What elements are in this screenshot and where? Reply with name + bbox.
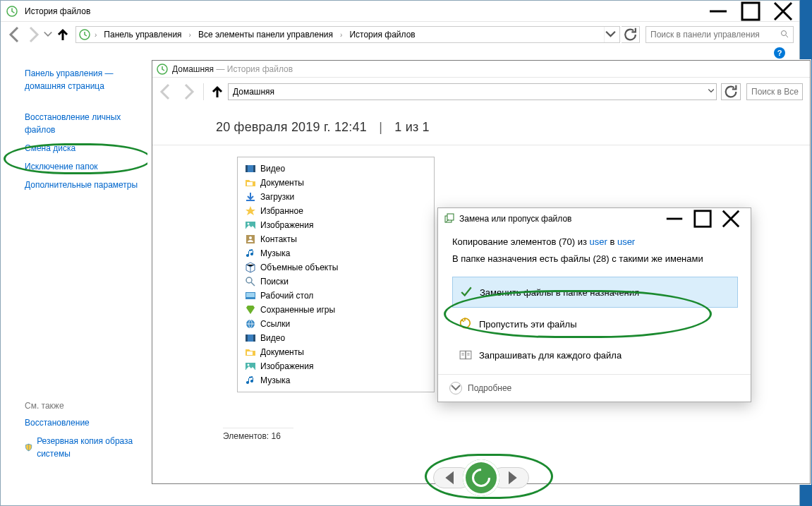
option-decide[interactable]: Запрашивать для каждого файла xyxy=(452,340,738,370)
help-icon[interactable]: ? xyxy=(774,47,785,59)
expand-details-button[interactable] xyxy=(449,382,462,394)
folder-item[interactable]: Музыка xyxy=(238,373,434,387)
sidebar-home-link[interactable]: Панель управления — домашняя страница xyxy=(1,64,147,95)
folder-label: Сохраненные игры xyxy=(260,305,335,315)
cube-icon xyxy=(245,262,256,273)
see-also-system-image[interactable]: Резервная копия образа системы xyxy=(1,432,147,463)
inner-toolbar: Домашняя Поиск в Все xyxy=(152,78,810,106)
inner-title-sep: — xyxy=(214,64,227,74)
inner-forward-button[interactable] xyxy=(178,83,199,100)
folder-item[interactable]: Изображения xyxy=(238,359,434,373)
file-history-icon xyxy=(79,29,90,40)
svg-rect-20 xyxy=(253,335,255,342)
help-row: ? xyxy=(1,47,799,60)
folder-item[interactable]: Документы xyxy=(238,345,434,359)
outer-window-controls xyxy=(702,1,799,22)
outer-search-input[interactable]: Поиск в панели управления xyxy=(646,26,794,43)
music-icon xyxy=(245,375,256,386)
nav-forward-button[interactable] xyxy=(25,26,42,43)
folder-item[interactable]: Сохраненные игры xyxy=(238,303,434,317)
see-also-section: См. также Восстановление Резервная копия… xyxy=(1,398,147,463)
snapshot-date: 20 февраля 2019 г. 12:41 xyxy=(216,120,367,134)
nav-recent-dropdown[interactable] xyxy=(43,26,53,43)
video-icon xyxy=(245,332,256,344)
folder-label: Документы xyxy=(260,347,304,357)
sidebar-link-restore-files[interactable]: Восстановление личных файлов xyxy=(1,108,147,139)
conflict-message: В папке назначения есть файлы (28) с так… xyxy=(452,253,738,265)
folder-list: ВидеоДокументыЗагрузкиИзбранноеИзображен… xyxy=(237,157,435,392)
search-placeholder: Поиск в панели управления xyxy=(650,30,760,40)
breadcrumb-1[interactable]: Все элементы панели управления xyxy=(195,30,336,40)
restore-button[interactable] xyxy=(463,459,499,496)
music-icon xyxy=(245,248,256,259)
inner-refresh-button[interactable] xyxy=(721,83,741,100)
folder-label: Поиски xyxy=(260,277,289,287)
snapshot-info: 20 февраля 2019 г. 12:41 | 1 из 1 xyxy=(152,106,810,145)
folder-item[interactable]: Загрузки xyxy=(238,190,434,204)
folder-icon xyxy=(245,347,256,358)
inner-search-input[interactable]: Поиск в Все xyxy=(746,83,803,100)
sidebar-link-exclude-folders[interactable]: Исключение папок xyxy=(1,157,147,176)
folder-label: Изображения xyxy=(260,220,313,230)
nav-up-button[interactable] xyxy=(54,26,71,43)
copying-prefix: Копирование элементов (70) из xyxy=(452,236,589,247)
copying-from-link[interactable]: user xyxy=(589,236,607,247)
option-replace[interactable]: Заменить файлы в папке назначения xyxy=(452,277,738,308)
dialog-minimize-button[interactable] xyxy=(660,209,689,229)
folder-item[interactable]: Избранное xyxy=(238,204,434,218)
folder-item[interactable]: Видео xyxy=(238,162,434,176)
desktop-icon xyxy=(245,290,256,301)
item-count: Элементов: 16 xyxy=(223,428,293,441)
skip-arrow-icon xyxy=(459,318,472,330)
folder-label: Изображения xyxy=(260,361,313,371)
inner-up-button[interactable] xyxy=(208,83,226,100)
file-history-app-icon xyxy=(157,64,168,75)
breadcrumb-0[interactable]: Панель управления xyxy=(101,30,184,40)
dialog-close-button[interactable] xyxy=(717,209,745,229)
copying-mid: в xyxy=(607,236,617,247)
folder-item[interactable]: Изображения xyxy=(238,218,434,232)
folder-item[interactable]: Поиски xyxy=(238,275,434,289)
copy-files-icon xyxy=(444,213,455,224)
breadcrumb-2[interactable]: История файлов xyxy=(346,30,418,40)
dialog-footer: Подробнее xyxy=(438,374,751,402)
outer-minimize-button[interactable] xyxy=(702,1,734,22)
outer-address-bar[interactable]: › Панель управления › Все элементы панел… xyxy=(75,26,620,43)
chevron-right-icon: › xyxy=(93,31,98,39)
inner-back-button[interactable] xyxy=(155,83,176,100)
outer-address-row: › Панель управления › Все элементы панел… xyxy=(1,22,799,47)
savedgames-icon xyxy=(245,304,256,315)
chevron-right-icon: › xyxy=(188,31,193,39)
sidebar-link-advanced[interactable]: Дополнительные параметры xyxy=(1,176,147,194)
more-details-label[interactable]: Подробнее xyxy=(468,383,511,393)
outer-refresh-button[interactable] xyxy=(622,26,640,43)
see-also-recovery[interactable]: Восстановление xyxy=(1,414,147,432)
outer-title-text: История файлов xyxy=(23,6,702,16)
search-icon xyxy=(245,276,256,287)
svg-point-13 xyxy=(249,236,252,239)
links-icon xyxy=(245,318,256,330)
folder-item[interactable]: Ссылки xyxy=(238,317,434,331)
copying-to-link[interactable]: user xyxy=(617,236,635,247)
option-skip[interactable]: Пропустить эти файлы xyxy=(452,309,738,339)
folder-label: Видео xyxy=(260,333,285,343)
star-icon xyxy=(245,205,256,217)
folder-item[interactable]: Объемные объекты xyxy=(238,260,434,275)
folder-item[interactable]: Музыка xyxy=(238,246,434,260)
svg-point-14 xyxy=(246,277,252,283)
folder-label: Загрузки xyxy=(260,192,294,202)
inner-title-bar: Домашняя — История файлов xyxy=(152,61,810,78)
nav-back-button[interactable] xyxy=(6,26,23,43)
sidebar-link-change-drive[interactable]: Смена диска xyxy=(1,139,147,157)
outer-close-button[interactable] xyxy=(767,1,799,22)
dialog-maximize-button[interactable] xyxy=(689,209,717,229)
folder-item[interactable]: Рабочий стол xyxy=(238,289,434,303)
folder-item[interactable]: Документы xyxy=(238,176,434,190)
folder-item[interactable]: Контакты xyxy=(238,232,434,246)
outer-maximize-button[interactable] xyxy=(734,1,767,22)
inner-path-input[interactable]: Домашняя xyxy=(228,83,717,100)
address-dropdown[interactable] xyxy=(604,27,617,42)
chevron-down-icon[interactable] xyxy=(708,87,715,97)
inner-title-main: Домашняя xyxy=(172,64,214,74)
folder-item[interactable]: Видео xyxy=(238,331,434,345)
